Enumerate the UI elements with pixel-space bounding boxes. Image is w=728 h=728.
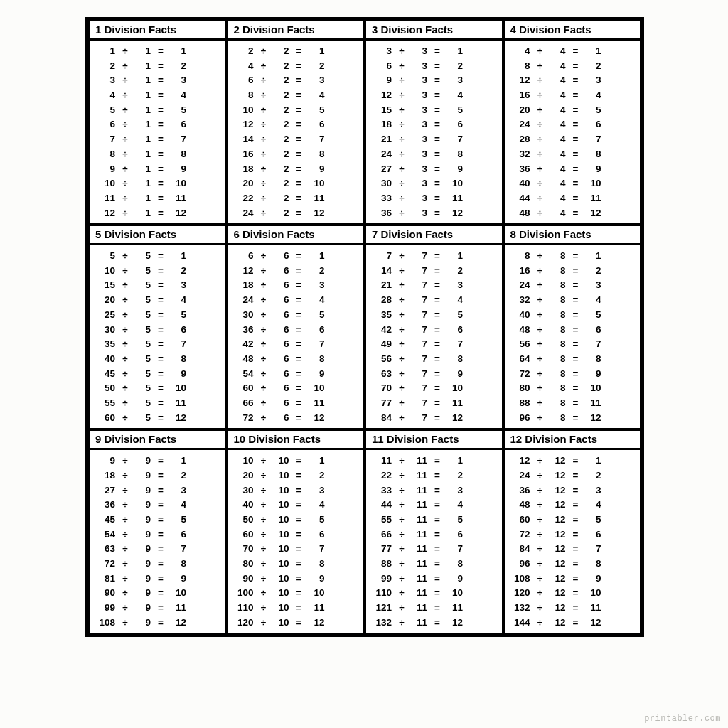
- quotient: 10: [171, 588, 188, 598]
- fact-row: 6÷6=1: [234, 251, 360, 261]
- divisor: 11: [412, 574, 427, 584]
- equals-symbol: =: [294, 208, 305, 218]
- dividend: 6: [234, 251, 254, 261]
- divide-symbol: ÷: [535, 471, 546, 481]
- divide-symbol: ÷: [119, 603, 131, 613]
- quotient: 11: [309, 603, 326, 613]
- quotient: 3: [447, 75, 464, 85]
- divisor: 9: [135, 530, 151, 540]
- quotient: 5: [171, 310, 188, 320]
- dividend: 77: [372, 398, 392, 408]
- divide-symbol: ÷: [258, 90, 269, 100]
- divisor: 10: [274, 456, 289, 466]
- fact-row: 42÷6=7: [234, 339, 360, 349]
- divide-symbol: ÷: [535, 588, 546, 598]
- fact-row: 81÷9=9: [95, 574, 221, 584]
- equals-symbol: =: [570, 266, 582, 276]
- fact-row: 36÷4=9: [510, 164, 636, 174]
- equals-symbol: =: [155, 149, 166, 159]
- fact-row: 96÷8=12: [510, 413, 636, 423]
- fact-row: 45÷5=9: [95, 369, 221, 379]
- fact-row: 16÷2=8: [234, 149, 360, 159]
- equals-symbol: =: [294, 413, 305, 423]
- dividend: 45: [95, 369, 115, 379]
- equals-symbol: =: [432, 46, 443, 56]
- divisor: 7: [412, 369, 427, 379]
- dividend: 36: [372, 208, 392, 218]
- fact-row: 56÷8=7: [510, 339, 636, 349]
- division-table-10: 10 Division Facts10÷10=120÷10=230÷10=340…: [227, 429, 365, 634]
- dividend: 12: [234, 119, 254, 129]
- fact-row: 4÷1=4: [95, 90, 221, 100]
- dividend: 15: [372, 105, 392, 115]
- quotient: 7: [309, 339, 326, 349]
- quotient: 11: [309, 398, 326, 408]
- equals-symbol: =: [294, 588, 305, 598]
- dividend: 9: [95, 456, 115, 466]
- equals-symbol: =: [570, 471, 582, 481]
- equals-symbol: =: [294, 280, 305, 290]
- equals-symbol: =: [432, 398, 443, 408]
- divide-symbol: ÷: [396, 178, 407, 188]
- fact-row: 20÷4=5: [510, 105, 636, 115]
- dividend: 10: [95, 178, 115, 188]
- equals-symbol: =: [432, 588, 443, 598]
- dividend: 6: [372, 61, 392, 71]
- equals-symbol: =: [570, 295, 582, 305]
- divisor: 1: [135, 149, 151, 159]
- divisor: 1: [135, 90, 151, 100]
- divisor: 6: [274, 413, 289, 423]
- quotient: 9: [171, 164, 188, 174]
- equals-symbol: =: [570, 208, 582, 218]
- dividend: 30: [234, 310, 254, 320]
- divisor: 10: [274, 500, 289, 510]
- fact-row: 72÷8=9: [510, 369, 636, 379]
- divide-symbol: ÷: [535, 413, 546, 423]
- equals-symbol: =: [432, 295, 443, 305]
- quotient: 6: [586, 325, 603, 335]
- divide-symbol: ÷: [535, 178, 546, 188]
- table-title: 10 Division Facts: [228, 431, 364, 450]
- quotient: 5: [171, 515, 188, 525]
- quotient: 6: [447, 530, 464, 540]
- divide-symbol: ÷: [396, 119, 407, 129]
- divide-symbol: ÷: [396, 208, 407, 218]
- quotient: 10: [171, 383, 188, 393]
- fact-row: 9÷1=9: [95, 164, 221, 174]
- quotient: 12: [586, 413, 603, 423]
- divisor: 5: [135, 266, 151, 276]
- quotient: 12: [309, 413, 326, 423]
- divisor: 11: [412, 588, 427, 598]
- quotient: 10: [447, 178, 464, 188]
- divide-symbol: ÷: [396, 500, 407, 510]
- divisor: 10: [274, 588, 289, 598]
- fact-row: 14÷7=2: [372, 266, 498, 276]
- divisor: 12: [550, 559, 566, 569]
- dividend: 30: [234, 486, 254, 496]
- divisor: 7: [412, 383, 427, 393]
- equals-symbol: =: [432, 208, 443, 218]
- equals-symbol: =: [570, 75, 582, 85]
- dividend: 144: [510, 618, 530, 628]
- divisor: 8: [550, 251, 566, 261]
- divisor: 6: [274, 266, 289, 276]
- divisor: 2: [274, 46, 289, 56]
- dividend: 8: [510, 251, 530, 261]
- fact-row: 54÷9=6: [95, 530, 221, 540]
- divisor: 8: [550, 339, 566, 349]
- divide-symbol: ÷: [119, 339, 131, 349]
- fact-row: 88÷8=11: [510, 398, 636, 408]
- divide-symbol: ÷: [258, 208, 269, 218]
- quotient: 8: [171, 354, 188, 364]
- fact-row: 10÷5=2: [95, 266, 221, 276]
- divide-symbol: ÷: [535, 208, 546, 218]
- quotient: 10: [171, 178, 188, 188]
- dividend: 20: [510, 105, 530, 115]
- dividend: 2: [95, 61, 115, 71]
- quotient: 12: [447, 618, 464, 628]
- quotient: 3: [586, 280, 603, 290]
- divide-symbol: ÷: [119, 134, 131, 144]
- dividend: 60: [234, 530, 254, 540]
- divisor: 1: [135, 178, 151, 188]
- divisor: 11: [412, 544, 427, 554]
